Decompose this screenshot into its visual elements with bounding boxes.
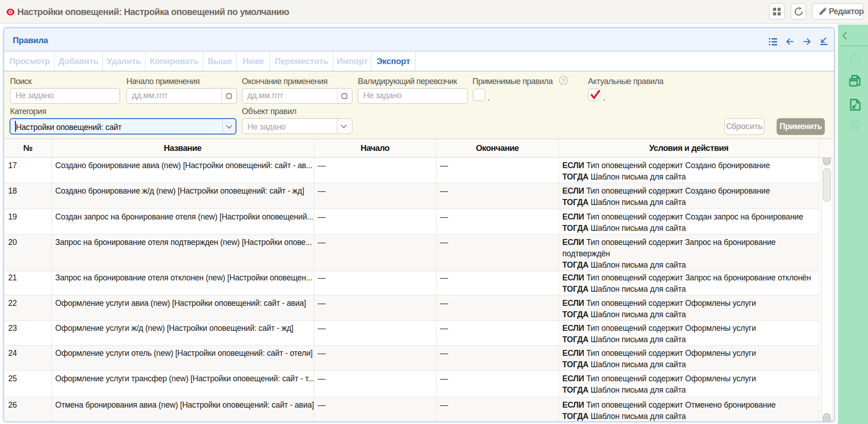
svg-text:?: ? bbox=[562, 77, 565, 84]
